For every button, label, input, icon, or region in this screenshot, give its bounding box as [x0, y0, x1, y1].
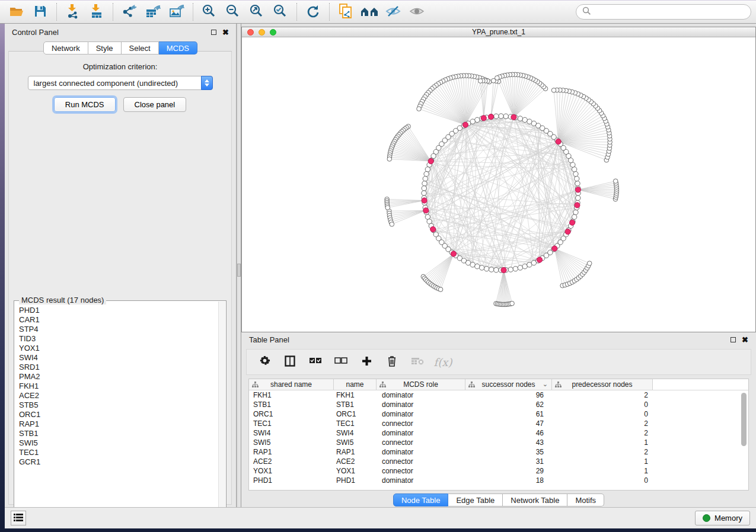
scrollbar-thumb[interactable]: [741, 393, 747, 446]
column-header-successor-nodes[interactable]: successor nodes ⌄: [465, 379, 552, 390]
mcds-result-item[interactable]: CAR1: [19, 315, 218, 325]
mcds-result-item[interactable]: SRD1: [19, 363, 218, 372]
zoom-out-button[interactable]: [221, 2, 245, 22]
tab-motifs[interactable]: Motifs: [567, 493, 604, 507]
delete-column-button[interactable]: [385, 355, 399, 369]
table-cell[interactable]: ORC1: [249, 409, 334, 419]
table-cell[interactable]: 2: [552, 428, 653, 438]
deselect-all-rows-button[interactable]: [334, 355, 348, 369]
mcds-result-item[interactable]: STB5: [19, 400, 218, 410]
table-cell[interactable]: YOX1: [249, 466, 334, 476]
table-cell[interactable]: 29: [465, 466, 552, 476]
table-row[interactable]: ORC1ORC1dominator610: [249, 409, 748, 419]
table-cell[interactable]: 61: [465, 409, 552, 419]
mcds-result-item[interactable]: YOX1: [19, 344, 218, 353]
export-network-button[interactable]: [117, 2, 141, 22]
table-cell[interactable]: 96: [465, 390, 552, 400]
mcds-result-item[interactable]: ACE2: [19, 391, 218, 400]
tab-network-table[interactable]: Network Table: [503, 493, 567, 507]
show-all-button[interactable]: [405, 2, 429, 22]
mcds-result-item[interactable]: RAP1: [19, 419, 218, 429]
table-cell[interactable]: 62: [465, 400, 552, 409]
import-network-button[interactable]: [61, 2, 85, 22]
table-cell[interactable]: dominator: [377, 400, 465, 409]
export-table-button[interactable]: [141, 2, 165, 22]
function-builder-button[interactable]: f(x): [436, 355, 450, 369]
table-row[interactable]: SWI4SWI4dominator462: [249, 428, 748, 438]
refresh-button[interactable]: [301, 2, 325, 22]
table-cell[interactable]: 46: [465, 428, 552, 438]
table-cell[interactable]: 1: [552, 438, 653, 447]
tab-node-table[interactable]: Node Table: [393, 493, 449, 507]
table-cell[interactable]: STB1: [334, 400, 377, 409]
zoom-in-button[interactable]: [197, 2, 221, 22]
network-graph[interactable]: [242, 37, 755, 332]
table-cell[interactable]: 0: [552, 400, 653, 409]
mcds-result-item[interactable]: ORC1: [19, 410, 218, 419]
table-cell[interactable]: SWI4: [249, 428, 334, 438]
close-panel-button[interactable]: Close panel: [123, 97, 187, 112]
mcds-result-item[interactable]: PMA2: [19, 372, 218, 382]
table-row[interactable]: YOX1YOX1connector291: [249, 466, 748, 476]
export-image-button[interactable]: [165, 2, 189, 22]
table-cell[interactable]: 18: [465, 476, 552, 485]
table-cell[interactable]: ACE2: [249, 457, 334, 466]
table-cell[interactable]: YOX1: [334, 466, 377, 476]
table-cell[interactable]: connector: [377, 466, 465, 476]
float-panel-icon[interactable]: [211, 30, 216, 35]
table-row[interactable]: SWI5SWI5connector431: [249, 438, 748, 447]
table-cell[interactable]: ACE2: [334, 457, 377, 466]
table-cell[interactable]: 35: [465, 447, 552, 457]
tab-select[interactable]: Select: [122, 41, 159, 55]
criterion-dropdown[interactable]: largest connected component (undirected): [28, 76, 213, 90]
select-all-rows-button[interactable]: [308, 355, 323, 369]
column-header-name[interactable]: name: [334, 379, 377, 390]
mcds-result-item[interactable]: TID3: [19, 334, 218, 344]
table-cell[interactable]: 2: [552, 447, 653, 457]
add-column-button[interactable]: [359, 355, 374, 369]
table-cell[interactable]: 0: [552, 476, 653, 485]
table-cell[interactable]: 1: [552, 466, 653, 476]
mcds-result-item[interactable]: STP4: [19, 325, 218, 334]
network-canvas[interactable]: [242, 37, 755, 332]
search-input[interactable]: [595, 8, 745, 17]
column-header-mcds-role[interactable]: MCDS role: [377, 379, 465, 390]
table-cell[interactable]: 31: [465, 457, 552, 466]
table-scrollbar[interactable]: [741, 392, 747, 486]
show-panels-button[interactable]: [11, 511, 26, 525]
window-close-icon[interactable]: [247, 29, 254, 36]
table-cell[interactable]: 47: [465, 419, 552, 428]
tab-style[interactable]: Style: [88, 41, 122, 55]
table-cell[interactable]: SWI5: [249, 438, 334, 447]
table-cell[interactable]: connector: [377, 419, 465, 428]
table-cell[interactable]: connector: [377, 438, 465, 447]
mcds-result-item[interactable]: PHD1: [19, 306, 218, 315]
table-cell[interactable]: RAP1: [249, 447, 334, 457]
float-table-panel-icon[interactable]: [731, 337, 736, 342]
zoom-fit-button[interactable]: [245, 2, 269, 22]
close-table-panel-icon[interactable]: ✖: [742, 336, 748, 344]
table-row[interactable]: RAP1RAP1dominator352: [249, 447, 748, 457]
mcds-result-item[interactable]: TEC1: [19, 448, 218, 457]
table-cell[interactable]: FKH1: [334, 390, 377, 400]
open-file-button[interactable]: [5, 2, 28, 22]
window-maximize-icon[interactable]: [270, 29, 276, 36]
memory-button[interactable]: Memory: [695, 511, 750, 525]
mcds-result-item[interactable]: GCR1: [19, 457, 218, 467]
table-cell[interactable]: SWI5: [334, 438, 377, 447]
table-cell[interactable]: FKH1: [249, 390, 334, 400]
clear-table-button[interactable]: [410, 355, 425, 369]
table-cell[interactable]: dominator: [377, 447, 465, 457]
table-cell[interactable]: dominator: [377, 476, 465, 485]
table-row[interactable]: PHD1PHD1dominator180: [249, 476, 748, 485]
table-cell[interactable]: 0: [552, 409, 653, 419]
show-columns-button[interactable]: [283, 355, 297, 369]
table-cell[interactable]: 43: [465, 438, 552, 447]
mcds-result-item[interactable]: FKH1: [19, 382, 218, 391]
column-header-shared-name[interactable]: shared name: [249, 379, 334, 390]
tab-mcds[interactable]: MCDS: [159, 41, 197, 55]
table-cell[interactable]: connector: [377, 457, 465, 466]
save-button[interactable]: [28, 2, 52, 22]
table-cell[interactable]: RAP1: [334, 447, 377, 457]
mcds-result-item[interactable]: SWI5: [19, 438, 218, 448]
